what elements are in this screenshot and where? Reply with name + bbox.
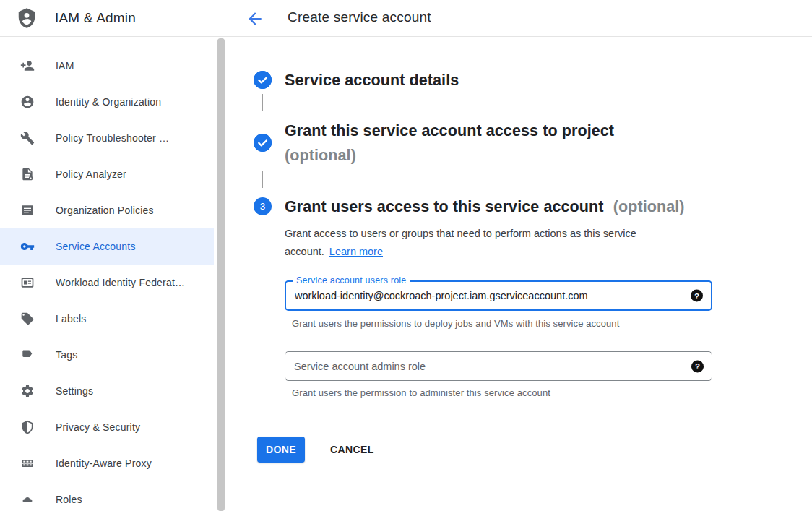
product-header: IAM & Admin xyxy=(0,0,228,36)
step-connector xyxy=(262,171,263,188)
sidebar-item-settings[interactable]: Settings xyxy=(0,373,214,409)
users-role-helper-text: Grant users the permissions to deploy jo… xyxy=(292,318,619,329)
hat-icon xyxy=(20,492,35,507)
users-role-floating-label: Service account users role xyxy=(293,275,410,285)
admins-role-help-icon[interactable]: ? xyxy=(691,360,704,372)
sidebar-item-tags[interactable]: Tags xyxy=(0,337,214,373)
proxy-grid-icon xyxy=(20,456,35,471)
service-account-users-role-field: Service account users role ? xyxy=(285,280,712,311)
step3-description: Grant access to users or groups that nee… xyxy=(285,225,675,261)
wrench-icon xyxy=(20,131,35,145)
step2-optional-label: (optional) xyxy=(285,143,614,168)
top-header: IAM & Admin Create service account xyxy=(0,0,812,37)
sidebar-item-label: Workload Identity Federat… xyxy=(56,277,185,288)
gcp-console-window: IAM & Admin Create service account IAM I… xyxy=(0,0,812,511)
sidebar-item-label: Policy Troubleshooter … xyxy=(56,132,169,144)
sidebar-item-label: Labels xyxy=(56,313,86,325)
sidebar-item-policy-analyzer[interactable]: Policy Analyzer xyxy=(0,156,214,192)
admins-role-input[interactable] xyxy=(285,352,712,380)
sidebar-nav: IAM Identity & Organization Policy Troub… xyxy=(0,37,214,511)
tag-arrow-icon xyxy=(20,348,35,362)
service-account-admins-role-field: ? xyxy=(285,351,712,381)
sidebar-item-workload-identity-federation[interactable]: Workload Identity Federat… xyxy=(0,265,214,301)
identity-person-icon xyxy=(20,95,35,109)
done-button[interactable]: DONE xyxy=(257,437,305,463)
admins-role-helper-text: Grant users the permission to administer… xyxy=(292,387,550,398)
step-connector xyxy=(262,94,263,111)
sidebar-item-label: Roles xyxy=(56,494,82,505)
person-add-icon xyxy=(20,59,35,73)
step2-complete-check-icon xyxy=(254,134,272,152)
sidebar-item-roles[interactable]: Roles xyxy=(0,481,214,511)
create-service-account-form: Service account details Grant this servi… xyxy=(228,37,812,511)
sidebar-item-privacy-security[interactable]: Privacy & Security xyxy=(0,409,214,445)
document-lines-icon xyxy=(20,203,35,218)
step3-title-text: Grant users access to this service accou… xyxy=(285,198,604,215)
sidebar-item-label: IAM xyxy=(56,60,74,72)
sidebar-item-service-accounts[interactable]: Service Accounts xyxy=(0,228,214,265)
users-role-input[interactable] xyxy=(286,282,711,309)
sidebar-item-label: Service Accounts xyxy=(56,241,136,252)
step3-number: 3 xyxy=(260,201,266,212)
step3-number-badge: 3 xyxy=(254,197,272,215)
sidebar-item-policy-troubleshooter[interactable]: Policy Troubleshooter … xyxy=(0,120,214,156)
step3-optional-label: (optional) xyxy=(613,198,685,215)
sidebar-item-identity-aware-proxy[interactable]: Identity-Aware Proxy xyxy=(0,445,214,481)
sidebar-item-identity-organization[interactable]: Identity & Organization xyxy=(0,84,214,120)
iam-shield-icon xyxy=(16,7,38,29)
sidebar-item-label: Tags xyxy=(56,349,77,361)
gear-icon xyxy=(20,384,35,398)
step1-complete-check-icon xyxy=(254,71,272,89)
sidebar-item-label: Organization Policies xyxy=(56,205,154,216)
sidebar-scrollbar[interactable] xyxy=(217,38,225,511)
sidebar-item-organization-policies[interactable]: Organization Policies xyxy=(0,192,214,228)
sidebar-item-label: Identity-Aware Proxy xyxy=(56,458,152,469)
service-account-key-icon xyxy=(20,239,35,254)
sidebar-item-label: Identity & Organization xyxy=(56,96,161,108)
back-arrow-icon[interactable] xyxy=(245,9,264,28)
shield-icon xyxy=(20,420,35,434)
step3-title: Grant users access to this service accou… xyxy=(285,197,685,216)
page-title: Create service account xyxy=(288,9,431,25)
id-card-icon xyxy=(20,275,35,290)
cancel-button[interactable]: CANCEL xyxy=(324,437,380,463)
step1-title: Service account details xyxy=(285,71,459,90)
product-title: IAM & Admin xyxy=(55,10,136,26)
sidebar-item-label: Policy Analyzer xyxy=(56,168,126,180)
label-tag-icon xyxy=(20,312,35,326)
sidebar-item-iam[interactable]: IAM xyxy=(0,48,214,84)
step2-title: Grant this service account access to pro… xyxy=(285,119,614,168)
learn-more-link[interactable]: Learn more xyxy=(329,246,383,257)
users-role-help-icon[interactable]: ? xyxy=(691,290,703,302)
sidebar-item-label: Settings xyxy=(56,385,93,397)
sidebar-item-label: Privacy & Security xyxy=(56,421,140,433)
sidebar-item-labels[interactable]: Labels xyxy=(0,301,214,337)
step2-title-text: Grant this service account access to pro… xyxy=(285,122,614,139)
policy-analyzer-document-icon xyxy=(20,167,35,181)
